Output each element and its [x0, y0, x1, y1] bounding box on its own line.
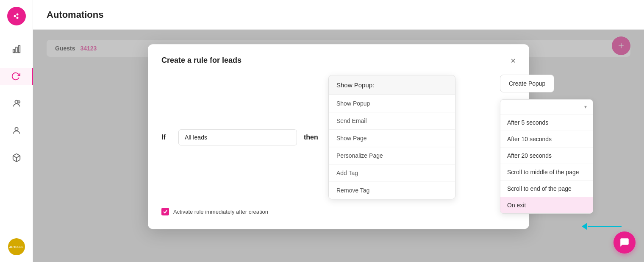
create-popup-button[interactable]: Create Popup — [500, 75, 554, 92]
dropdown-item-remove-tag[interactable]: Remove Tag — [329, 182, 455, 199]
check-icon — [163, 209, 168, 214]
sidebar-item-contacts[interactable] — [8, 95, 25, 112]
checkbox-row: Activate rule immediately after creation — [161, 208, 516, 215]
secondary-col: Create Popup ▾ After 5 seconds After 10 … — [500, 75, 593, 214]
all-leads-input[interactable] — [178, 129, 297, 145]
sidebar: ARTREES — [0, 0, 33, 262]
bar-chart-icon — [12, 45, 21, 54]
main-content: Automations Guests 34123 + Create a rule… — [33, 0, 644, 262]
chat-icon — [619, 237, 630, 248]
modal-close-button[interactable]: × — [511, 56, 516, 65]
dropdown-item-show-popup[interactable]: Show Popup — [329, 95, 455, 112]
app-logo[interactable] — [7, 7, 26, 25]
checkbox-label: Activate rule immediately after creation — [173, 209, 268, 215]
svg-point-7 — [17, 101, 20, 103]
avatar[interactable]: ARTREES — [8, 238, 25, 255]
contacts-icon — [12, 99, 21, 108]
dropdown-item-send-email[interactable]: Send Email — [329, 112, 455, 130]
svg-point-8 — [15, 128, 18, 131]
timing-dropdown[interactable]: ▾ After 5 seconds After 10 seconds After… — [500, 99, 593, 214]
svg-rect-3 — [13, 49, 14, 53]
timing-item-10s[interactable]: After 10 seconds — [500, 131, 593, 148]
svg-rect-4 — [16, 47, 17, 53]
svg-point-0 — [14, 15, 16, 17]
sidebar-item-users[interactable] — [8, 122, 25, 139]
timing-item-scroll-end[interactable]: Scroll to end of the page — [500, 181, 593, 197]
arrow-line — [588, 226, 622, 227]
logo-icon — [11, 11, 22, 21]
then-label: then — [304, 134, 322, 141]
modal-header: Create a rule for leads × — [161, 56, 516, 65]
timing-select-row: ▾ — [500, 100, 593, 114]
if-label: If — [161, 134, 172, 141]
sidebar-bottom: ARTREES — [8, 238, 25, 255]
arrow-head-icon — [582, 223, 587, 230]
dropdown-header: Show Popup: — [329, 75, 455, 95]
timing-item-scroll-mid[interactable]: Scroll to middle of the page — [500, 164, 593, 181]
sidebar-item-products[interactable] — [8, 149, 25, 166]
svg-point-2 — [16, 17, 18, 19]
create-rule-modal: Create a rule for leads × If then Show P… — [148, 44, 529, 229]
timing-item-5s[interactable]: After 5 seconds — [500, 114, 593, 131]
then-dropdown[interactable]: Show Popup: Show Popup Send Email Show P… — [328, 75, 455, 199]
rule-row: If then Show Popup: Show Popup Send Emai… — [161, 75, 516, 199]
activate-checkbox[interactable] — [161, 208, 169, 215]
user-icon — [12, 126, 21, 135]
dropdown-item-personalize-page[interactable]: Personalize Page — [329, 147, 455, 164]
page-title: Automations — [47, 9, 103, 20]
content-area: Guests 34123 + Create a rule for leads ×… — [33, 30, 644, 262]
timing-item-20s[interactable]: After 20 seconds — [500, 148, 593, 164]
timing-item-on-exit[interactable]: On exit — [500, 197, 593, 213]
chat-widget-button[interactable] — [613, 231, 636, 254]
page-header: Automations — [33, 0, 644, 30]
refresh-icon — [11, 72, 20, 81]
dropdown-item-add-tag[interactable]: Add Tag — [329, 164, 455, 182]
avatar-text: ARTREES — [9, 245, 23, 248]
svg-rect-5 — [18, 46, 20, 53]
svg-point-1 — [16, 14, 18, 16]
box-icon — [12, 153, 21, 162]
sidebar-item-analytics[interactable] — [8, 41, 25, 58]
sidebar-item-automations[interactable] — [0, 68, 33, 85]
chevron-down-icon: ▾ — [584, 104, 587, 110]
arrow-indicator — [582, 223, 622, 230]
dropdown-item-show-page[interactable]: Show Page — [329, 130, 455, 147]
action-dropdown-box: Show Popup: Show Popup Send Email Show P… — [328, 75, 455, 199]
modal-title: Create a rule for leads — [161, 56, 242, 65]
